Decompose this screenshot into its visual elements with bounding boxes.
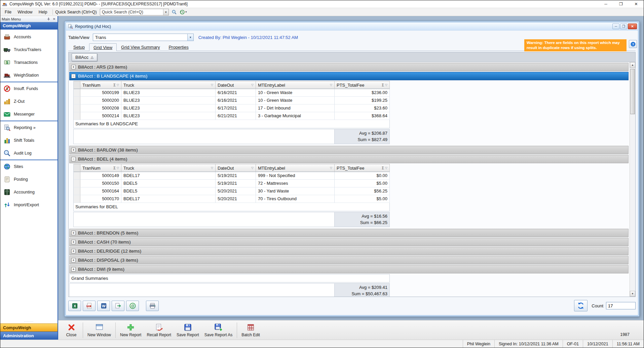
table-row[interactable]: 5000164BDEL55/20/202130 - Yard Waste$56.… xyxy=(74,187,390,195)
table-row[interactable]: 5000200BLUE236/16/202110 - Green Waste$1… xyxy=(74,97,390,104)
tab-grid-view-summary[interactable]: Grid View Summary xyxy=(117,43,164,51)
vertical-scrollbar[interactable]: ▲ ▼ xyxy=(630,62,635,297)
expand-icon[interactable]: + xyxy=(71,65,76,69)
print-button[interactable] xyxy=(146,301,159,311)
sidebar-item-transactions[interactable]: $Transactions xyxy=(0,56,58,69)
filter-icon[interactable]: ▽ xyxy=(251,83,254,87)
sidebar-item-posting[interactable]: Posting xyxy=(0,173,58,186)
column-header-trannum[interactable]: TranNumΣ▽ xyxy=(80,164,121,172)
filter-icon[interactable]: ▽ xyxy=(251,166,254,170)
minimize-button[interactable]: ─ xyxy=(598,0,613,8)
filter-icon[interactable]: ▽ xyxy=(385,166,387,170)
count-input[interactable] xyxy=(606,302,636,309)
column-header-dateout[interactable]: DateOut▽ xyxy=(216,164,256,172)
menu-help[interactable]: Help xyxy=(36,10,50,14)
group-row[interactable]: +BillAcct : CASH (70 items) xyxy=(69,238,629,246)
nav-group-administration[interactable]: Administration xyxy=(0,332,58,340)
reporting-window-titlebar[interactable]: Reporting (Ad Hoc) ─ ❐ ✕ xyxy=(66,22,638,30)
sidebar-item-import-export[interactable]: Import/Export xyxy=(0,199,58,211)
scroll-down-button[interactable]: ▼ xyxy=(630,291,635,297)
filter-icon[interactable]: ▽ xyxy=(330,166,332,170)
sum-icon[interactable]: Σ xyxy=(382,83,384,87)
close-button[interactable]: ✕ xyxy=(629,0,644,8)
tab-grid-view[interactable]: Grid View xyxy=(89,43,117,51)
filter-icon[interactable]: ▽ xyxy=(330,83,332,87)
search-history-button[interactable]: ▾ xyxy=(180,9,187,15)
menu-file[interactable]: File xyxy=(2,10,14,14)
table-row[interactable]: 5000150BDEL55/19/202172 - Mattresses$5.0… xyxy=(74,180,390,187)
panel-close-icon[interactable]: ✕ xyxy=(52,17,56,21)
child-minimize-button[interactable]: ─ xyxy=(612,24,619,29)
column-header-trannum[interactable]: TranNumΣ▽ xyxy=(80,81,121,89)
expand-icon[interactable]: + xyxy=(71,249,76,253)
sidebar-item-sites[interactable]: Sites xyxy=(0,160,58,173)
table-row[interactable]: 5000199BLUE236/16/202110 - Green Waste$2… xyxy=(74,89,390,97)
table-row[interactable]: 5000208BLUE236/17/202117 - Dirt Inbound$… xyxy=(74,104,390,112)
recall-report-button[interactable]: Recall Report xyxy=(144,321,174,339)
group-row[interactable]: +BillAcct : DWI (9 items) xyxy=(69,265,629,273)
sidebar-item-accounting[interactable]: Accounting xyxy=(0,186,58,199)
group-row[interactable]: +BillAcct : BRENDON (5 items) xyxy=(69,229,629,237)
column-header-truck[interactable]: Truck▽ xyxy=(121,164,216,172)
child-close-button[interactable]: ✕ xyxy=(628,24,637,29)
group-row[interactable]: +BillAcct : ARS (23 items) xyxy=(69,63,629,71)
sidebar-item-trucks-trailers[interactable]: Trucks/Trailers xyxy=(0,43,58,56)
column-header-truck[interactable]: Truck▽ xyxy=(121,81,216,89)
quick-search-input[interactable]: Quick Search (Ctrl+Q) ▾ xyxy=(100,9,169,15)
quick-search-dropdown-icon[interactable]: ▾ xyxy=(163,9,168,15)
search-icon[interactable] xyxy=(171,9,178,15)
filter-icon[interactable]: ▽ xyxy=(211,83,213,87)
group-row[interactable]: −BillAcct : BDEL (4 items) xyxy=(69,155,629,163)
maximize-button[interactable]: ❐ xyxy=(613,0,629,8)
sum-icon[interactable]: Σ xyxy=(113,166,116,170)
group-row[interactable]: +BillAcct : DISPOSAL (3 items) xyxy=(69,256,629,264)
expand-icon[interactable]: + xyxy=(71,148,76,152)
group-row[interactable]: +BillAcct : BARLOW (38 items) xyxy=(69,146,629,154)
excel-export-button[interactable]: X xyxy=(68,301,81,311)
sidebar-item-audit-log[interactable]: Audit Log xyxy=(0,147,58,160)
filter-icon[interactable]: ▽ xyxy=(385,83,387,87)
filter-icon[interactable]: ▽ xyxy=(211,166,213,170)
collapse-icon[interactable]: − xyxy=(71,157,76,161)
sum-icon[interactable]: Σ xyxy=(113,83,116,87)
table-view-dropdown-icon[interactable]: ▾ xyxy=(187,34,193,41)
history-dropdown-icon[interactable]: ▾ xyxy=(185,10,187,13)
new-report-button[interactable]: New Report xyxy=(117,321,144,339)
collapse-icon[interactable]: − xyxy=(71,74,76,78)
filter-icon[interactable]: ▽ xyxy=(117,166,119,170)
group-row[interactable]: +BillAcct : DELRIDGE (12 items) xyxy=(69,247,629,255)
tab-properties[interactable]: Properties xyxy=(164,43,193,51)
table-row[interactable]: 5000149BDEL175/19/2021999 - Not Specifie… xyxy=(74,172,390,180)
new-window-button[interactable]: New Window xyxy=(85,321,114,339)
group-by-chip[interactable]: BillAcc △ xyxy=(72,53,97,61)
sidebar-item-weighstation[interactable]: WeighStation xyxy=(0,69,58,82)
sidebar-item-messenger[interactable]: Messenger xyxy=(0,108,58,121)
nav-group-compuweigh[interactable]: CompuWeigh xyxy=(0,323,58,332)
group-row[interactable]: −BillAcct : B LANDSCAPE (4 items) xyxy=(69,72,629,80)
sum-icon[interactable]: Σ xyxy=(382,166,384,170)
expand-icon[interactable]: + xyxy=(71,231,76,235)
column-header-mtentrylabel[interactable]: MTEntryLabel▽ xyxy=(256,81,335,89)
scroll-up-button[interactable]: ▲ xyxy=(630,62,635,68)
column-header-dateout[interactable]: DateOut▽ xyxy=(216,81,256,89)
scrollbar-thumb[interactable] xyxy=(630,69,635,114)
help-button[interactable]: ? xyxy=(629,40,637,48)
tab-setup[interactable]: Setup xyxy=(69,43,89,51)
table-view-select[interactable]: Trans ▾ xyxy=(93,34,194,41)
sidebar-item-insuff-funds[interactable]: $Insuff. Funds xyxy=(0,82,58,95)
save-report-button[interactable]: Save Report xyxy=(174,321,202,339)
pin-icon[interactable] xyxy=(46,17,50,21)
sidebar-item-reporting[interactable]: Reporting » xyxy=(0,121,58,134)
expand-icon[interactable]: + xyxy=(71,258,76,262)
expand-icon[interactable]: + xyxy=(71,267,76,271)
word-export-button[interactable]: W xyxy=(97,301,110,311)
batch-edit-button[interactable]: Batch Edit xyxy=(239,321,263,339)
expand-icon[interactable]: + xyxy=(71,240,76,244)
close-button[interactable]: Close xyxy=(62,321,81,339)
menu-window[interactable]: Window xyxy=(14,10,35,14)
splitter-grip[interactable]: ······· xyxy=(0,320,58,323)
table-row[interactable]: 5000214BLUE236/21/20213 - Garbage Munici… xyxy=(74,112,390,120)
refresh-button[interactable] xyxy=(574,300,588,311)
column-header-pts-totalfee[interactable]: PTS_TotalFeeΣ▽ xyxy=(335,81,390,89)
sidebar-item-shift-totals[interactable]: Shift Totals xyxy=(0,134,58,147)
